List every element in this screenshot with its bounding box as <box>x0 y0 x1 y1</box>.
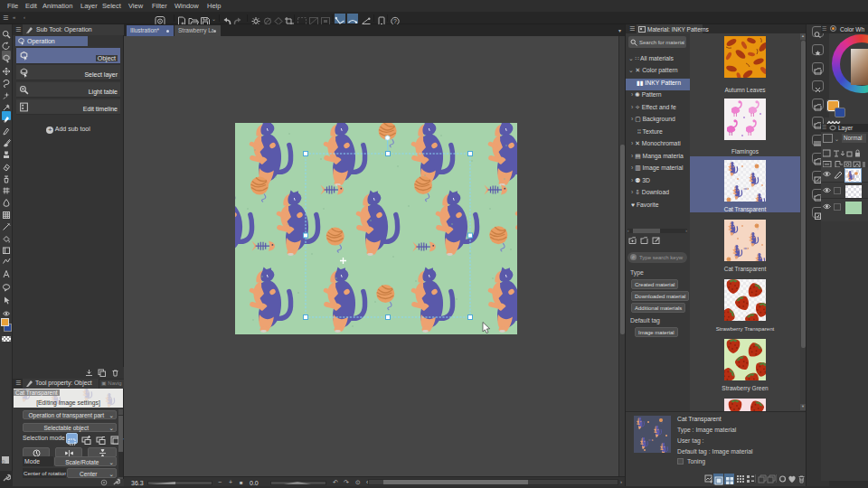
svg-text:?: ? <box>393 18 397 24</box>
